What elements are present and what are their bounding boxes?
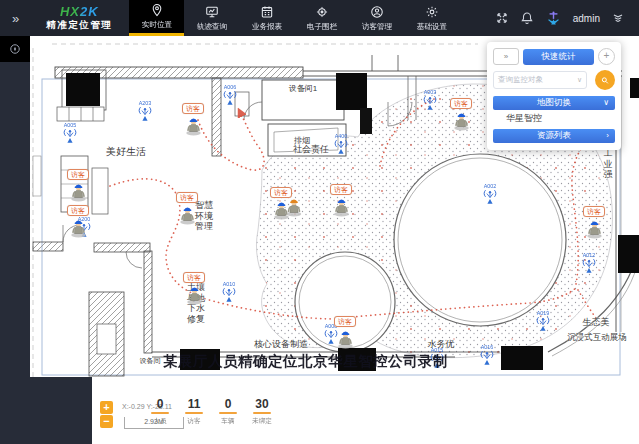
chevron-right-icon: ›	[606, 132, 609, 140]
signal-tower-avatar-icon[interactable]	[545, 10, 562, 27]
base-station-marker[interactable]: A203	[137, 100, 154, 127]
stat-value: 11	[182, 398, 206, 411]
base-station-marker[interactable]: A002	[482, 183, 499, 210]
map-switch-bar[interactable]: 地图切换 ∨	[493, 96, 615, 110]
visitor-marker[interactable]: 访客	[330, 178, 352, 217]
map-tools-button[interactable]	[0, 36, 30, 62]
base-station-marker[interactable]: A003	[422, 89, 439, 116]
antenna-icon	[222, 90, 239, 107]
antenna-icon	[482, 189, 499, 206]
stat-value: 30	[250, 398, 274, 411]
person-icon	[286, 196, 303, 217]
antenna-icon	[221, 287, 238, 304]
stat-value: 0	[148, 398, 172, 411]
map-switch-label: 地图切换	[537, 97, 571, 109]
person-icon	[179, 204, 196, 225]
stat-value: 0	[216, 398, 240, 411]
person-icon	[337, 328, 354, 349]
fullscreen-icon[interactable]	[495, 11, 509, 25]
base-station-id: A015	[429, 347, 444, 352]
base-station-marker[interactable]: A019	[535, 310, 552, 337]
stat-未绑定: 30未绑定	[250, 398, 274, 426]
base-station-marker[interactable]: A016	[479, 344, 496, 371]
visitor-marker[interactable]: 访客	[583, 200, 605, 239]
nav-item-label: 电子围栏	[307, 21, 337, 31]
visitor-marker[interactable]: 访客	[183, 266, 205, 305]
chevron-down-icon: ∨	[577, 76, 582, 84]
visitor-tag-label: 访客	[330, 184, 352, 195]
base-station-id: A006	[222, 84, 237, 89]
base-station-marker[interactable]: A006	[222, 84, 239, 111]
visitor-marker[interactable]	[286, 196, 303, 217]
stat-label: 车辆	[217, 416, 240, 426]
settings-gear-icon	[425, 5, 439, 19]
antenna-icon	[333, 139, 350, 156]
base-station-marker[interactable]: A005	[62, 122, 79, 149]
person-icon	[586, 218, 603, 239]
person-icon	[70, 217, 87, 238]
compass-icon	[9, 43, 21, 55]
zoom-in-button[interactable]: +	[100, 401, 113, 414]
zoom-out-button[interactable]: −	[100, 415, 113, 428]
current-map-item[interactable]: 华星智控	[493, 110, 615, 126]
nav-item-4[interactable]: 电子围栏	[294, 0, 349, 36]
search-button[interactable]	[595, 70, 615, 90]
base-station-marker[interactable]: A010	[221, 281, 238, 308]
visitor-tag-label: 访客	[450, 98, 472, 109]
resource-list-bar[interactable]: 资源列表 ›	[493, 129, 615, 143]
panel-toolbar: » 快速统计 +	[493, 48, 615, 65]
visitor-marker[interactable]: 访客	[176, 186, 198, 225]
target-select[interactable]: 查询监控对象 ∨	[493, 71, 587, 89]
visitor-marker[interactable]: 访客	[182, 97, 204, 136]
antenna-icon	[429, 353, 446, 370]
location-pin-icon	[150, 3, 164, 17]
antenna-icon	[581, 258, 598, 275]
person-icon	[185, 115, 202, 136]
add-button[interactable]: +	[598, 48, 615, 65]
visitor-tag-label: 访客	[67, 169, 89, 180]
bell-icon[interactable]	[520, 11, 534, 25]
nav-item-1[interactable]: 实时位置	[129, 0, 184, 36]
stat-label: 未绑定	[251, 416, 274, 426]
base-station-marker[interactable]: A015	[429, 347, 446, 374]
base-station-id: A005	[62, 122, 77, 127]
base-station-marker[interactable]: A012	[581, 252, 598, 279]
base-station-marker[interactable]: A400	[333, 133, 350, 160]
route-monitor-icon	[205, 5, 219, 19]
antenna-icon	[422, 95, 439, 112]
base-station-id: A002	[482, 183, 497, 188]
nav-item-label: 基础设置	[417, 21, 447, 31]
stats-row: 0人员11访客0车辆30未绑定	[148, 398, 274, 426]
panel-collapse-button[interactable]: »	[493, 48, 519, 65]
nav-item-5[interactable]: 访客管理	[349, 0, 404, 36]
quick-stats-button[interactable]: 快速统计	[523, 49, 594, 65]
stat-underline	[253, 412, 271, 414]
visitor-marker[interactable]: 访客	[334, 310, 356, 349]
app-logo: HX2K 精准定位管理	[29, 0, 129, 36]
user-name[interactable]: admin	[573, 13, 600, 24]
nav-item-3[interactable]: 业务报表	[239, 0, 294, 36]
sidebar-collapse-icon[interactable]: »	[0, 0, 29, 36]
header-actions: admin	[495, 0, 639, 36]
top-navbar: » HX2K 精准定位管理 实时位置轨迹查询业务报表电子围栏访客管理基础设置 a…	[0, 0, 639, 36]
logo-text: HX2K	[60, 5, 99, 18]
visitor-marker[interactable]: 访客	[450, 92, 472, 131]
map-control-panel: » 快速统计 + 查询监控对象 ∨ 地图切换 ∨ 华星智控 资源列表 ›	[487, 42, 621, 150]
visitor-tag-label: 访客	[67, 205, 89, 216]
base-station-id: A010	[221, 281, 236, 286]
search-row: 查询监控对象 ∨	[493, 70, 615, 90]
antenna-icon	[62, 128, 79, 145]
user-menu-icon[interactable]	[611, 11, 625, 25]
base-station-id: A003	[422, 89, 437, 94]
nav-item-2[interactable]: 轨迹查询	[184, 0, 239, 36]
stat-访客: 11访客	[182, 398, 206, 426]
nav-item-6[interactable]: 基础设置	[404, 0, 459, 36]
base-station-id: A016	[479, 344, 494, 349]
visitor-tag-label: 访客	[176, 192, 198, 203]
person-icon	[186, 284, 203, 305]
visitor-marker[interactable]: 访客	[67, 163, 89, 202]
stat-label: 访客	[183, 416, 206, 426]
visitor-marker[interactable]: 访客	[67, 199, 89, 238]
antenna-icon	[137, 106, 154, 123]
main-nav: 实时位置轨迹查询业务报表电子围栏访客管理基础设置	[129, 0, 459, 36]
